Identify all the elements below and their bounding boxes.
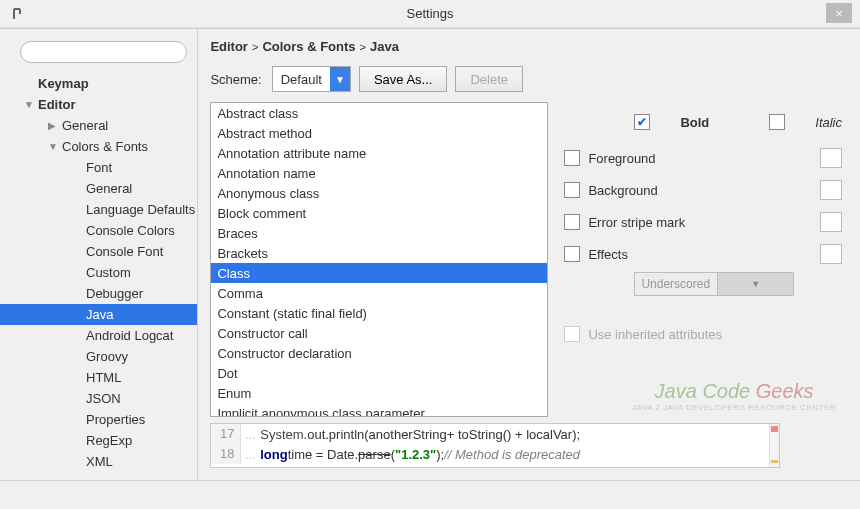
attribute-item[interactable]: Dot (211, 363, 547, 383)
inherit-checkbox[interactable] (564, 326, 580, 342)
effect-type-select[interactable]: Underscored ▼ (634, 272, 794, 296)
tree-item-label: Custom (86, 265, 131, 280)
tree-item[interactable]: Java (0, 304, 197, 325)
attribute-item[interactable]: Constructor declaration (211, 343, 547, 363)
tree-item-label: Editor (38, 97, 76, 112)
tree-item-label: JSON (86, 391, 121, 406)
attribute-item[interactable]: Abstract method (211, 123, 547, 143)
tree-item[interactable]: JSON (0, 388, 197, 409)
tree-item[interactable]: ▼Editor (0, 94, 197, 115)
tree-caret-icon: ▼ (24, 99, 36, 110)
attribute-item[interactable]: Anonymous class (211, 183, 547, 203)
foreground-label: Foreground (588, 151, 655, 166)
effects-checkbox[interactable] (564, 246, 580, 262)
tree-item-label: Font (86, 160, 112, 175)
attribute-item[interactable]: Enum (211, 383, 547, 403)
attribute-item[interactable]: Constructor call (211, 323, 547, 343)
delete-button[interactable]: Delete (455, 66, 523, 92)
error-stripe-bar[interactable] (769, 424, 779, 467)
window-title: Settings (407, 6, 454, 21)
foreground-checkbox[interactable] (564, 150, 580, 166)
error-stripe-checkbox[interactable] (564, 214, 580, 230)
tree-caret-icon: ▶ (48, 120, 60, 131)
bold-checkbox[interactable] (634, 114, 650, 130)
tree-item-label: Java (86, 307, 113, 322)
tree-item[interactable]: XML (0, 451, 197, 472)
font-options-panel: Bold Italic Foreground Background (560, 102, 846, 417)
bold-label: Bold (680, 115, 709, 130)
tree-item[interactable]: Debugger (0, 283, 197, 304)
foreground-swatch[interactable] (820, 148, 842, 168)
tree-item[interactable]: Custom (0, 262, 197, 283)
effects-label: Effects (588, 247, 628, 262)
tree-item-label: Colors & Fonts (62, 139, 148, 154)
tree-item[interactable]: Language Defaults (0, 199, 197, 220)
tree-item-label: Console Colors (86, 223, 175, 238)
tree-item[interactable]: Properties (0, 409, 197, 430)
tree-item[interactable]: ▶General (0, 115, 197, 136)
tree-item[interactable]: Console Font (0, 241, 197, 262)
tree-item[interactable]: Console Colors (0, 220, 197, 241)
error-stripe-swatch[interactable] (820, 212, 842, 232)
attribute-item[interactable]: Abstract class (211, 103, 547, 123)
tree-item[interactable]: Groovy (0, 346, 197, 367)
tree-item[interactable]: HTML (0, 367, 197, 388)
attribute-item[interactable]: Comma (211, 283, 547, 303)
tree-item-label: Keymap (38, 76, 89, 91)
tree-item-label: HTML (86, 370, 121, 385)
background-label: Background (588, 183, 657, 198)
tree-item-label: Debugger (86, 286, 143, 301)
close-icon[interactable]: × (826, 3, 852, 23)
tree-item-label: Groovy (86, 349, 128, 364)
tree-caret-icon: ▼ (48, 141, 60, 152)
italic-checkbox[interactable] (769, 114, 785, 130)
attribute-list[interactable]: Abstract classAbstract methodAnnotation … (210, 102, 548, 417)
scheme-select[interactable]: Default ▼ (272, 66, 351, 92)
tree-item-label: Language Defaults (86, 202, 195, 217)
code-preview: 17 ... System.out.println(anotherString … (210, 423, 780, 468)
attribute-item[interactable]: Annotation attribute name (211, 143, 547, 163)
footer (0, 480, 860, 508)
attribute-item[interactable]: Class (211, 263, 547, 283)
tree-item-label: XML (86, 454, 113, 469)
tree-item[interactable]: General (0, 178, 197, 199)
error-stripe-label: Error stripe mark (588, 215, 685, 230)
tree-item[interactable]: Font (0, 157, 197, 178)
tree-item[interactable]: Keymap (0, 73, 197, 94)
attribute-item[interactable]: Annotation name (211, 163, 547, 183)
app-icon (8, 4, 28, 24)
chevron-down-icon: ▼ (330, 67, 350, 91)
attribute-item[interactable]: Brackets (211, 243, 547, 263)
attribute-item[interactable]: Implicit anonymous class parameter (211, 403, 547, 417)
tree-item-label: General (62, 118, 108, 133)
search-input[interactable] (20, 41, 187, 63)
tree-item[interactable]: RegExp (0, 430, 197, 451)
tree-item-label: Properties (86, 412, 145, 427)
tree-item-label: Console Font (86, 244, 163, 259)
attribute-item[interactable]: Constant (static final field) (211, 303, 547, 323)
save-as-button[interactable]: Save As... (359, 66, 448, 92)
background-checkbox[interactable] (564, 182, 580, 198)
breadcrumb: Editor>Colors & Fonts>Java (210, 39, 846, 54)
attribute-item[interactable]: Braces (211, 223, 547, 243)
inherit-label: Use inherited attributes (588, 327, 722, 342)
italic-label: Italic (815, 115, 842, 130)
attribute-item[interactable]: Block comment (211, 203, 547, 223)
background-swatch[interactable] (820, 180, 842, 200)
scheme-label: Scheme: (210, 72, 261, 87)
sidebar: Keymap▼Editor▶General▼Colors & FontsFont… (0, 29, 198, 480)
tree-item-label: Android Logcat (86, 328, 173, 343)
chevron-down-icon: ▼ (717, 273, 794, 295)
settings-tree: Keymap▼Editor▶General▼Colors & FontsFont… (0, 71, 197, 480)
effects-swatch[interactable] (820, 244, 842, 264)
tree-item-label: General (86, 181, 132, 196)
tree-item[interactable]: Android Logcat (0, 325, 197, 346)
tree-item-label: RegExp (86, 433, 132, 448)
tree-item[interactable]: ▼Colors & Fonts (0, 136, 197, 157)
